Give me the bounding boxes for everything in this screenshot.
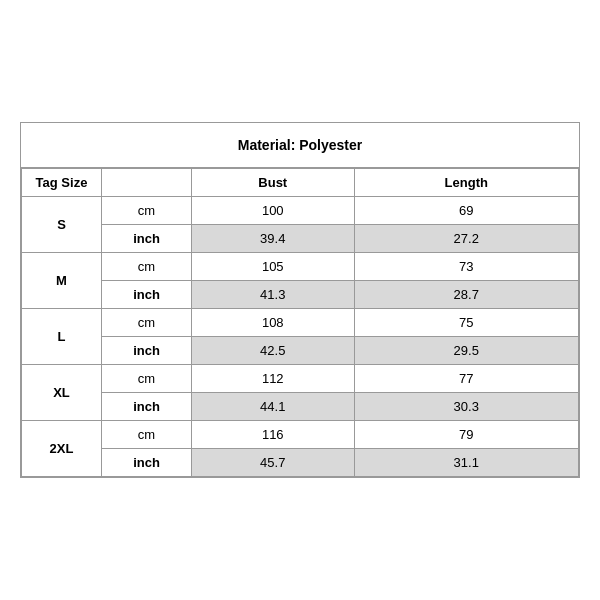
bust-cm: 116 (192, 421, 355, 449)
table-row: inch 45.7 31.1 (22, 449, 579, 477)
length-inch: 31.1 (354, 449, 578, 477)
unit-inch: inch (102, 281, 192, 309)
length-inch: 30.3 (354, 393, 578, 421)
unit-inch: inch (102, 393, 192, 421)
size-table: Tag Size Bust Length S cm 100 69 inch 39… (21, 168, 579, 477)
tag-size-cell: S (22, 197, 102, 253)
table-row: inch 44.1 30.3 (22, 393, 579, 421)
header-tag-size: Tag Size (22, 169, 102, 197)
length-cm: 69 (354, 197, 578, 225)
header-unit-empty (102, 169, 192, 197)
unit-inch: inch (102, 337, 192, 365)
length-cm: 75 (354, 309, 578, 337)
table-row: S cm 100 69 (22, 197, 579, 225)
table-row: 2XL cm 116 79 (22, 421, 579, 449)
chart-title: Material: Polyester (21, 123, 579, 168)
length-cm: 73 (354, 253, 578, 281)
size-chart: Material: Polyester Tag Size Bust Length… (20, 122, 580, 478)
table-row: inch 39.4 27.2 (22, 225, 579, 253)
unit-inch: inch (102, 225, 192, 253)
length-cm: 79 (354, 421, 578, 449)
tag-size-cell: 2XL (22, 421, 102, 477)
unit-cm: cm (102, 197, 192, 225)
header-bust: Bust (192, 169, 355, 197)
bust-inch: 41.3 (192, 281, 355, 309)
length-cm: 77 (354, 365, 578, 393)
length-inch: 29.5 (354, 337, 578, 365)
unit-cm: cm (102, 421, 192, 449)
tag-size-cell: L (22, 309, 102, 365)
table-row: L cm 108 75 (22, 309, 579, 337)
header-length: Length (354, 169, 578, 197)
bust-inch: 44.1 (192, 393, 355, 421)
table-row: inch 41.3 28.7 (22, 281, 579, 309)
table-row: XL cm 112 77 (22, 365, 579, 393)
table-row: inch 42.5 29.5 (22, 337, 579, 365)
tag-size-cell: XL (22, 365, 102, 421)
bust-cm: 105 (192, 253, 355, 281)
length-inch: 27.2 (354, 225, 578, 253)
table-row: M cm 105 73 (22, 253, 579, 281)
unit-cm: cm (102, 309, 192, 337)
bust-cm: 108 (192, 309, 355, 337)
bust-cm: 112 (192, 365, 355, 393)
bust-inch: 39.4 (192, 225, 355, 253)
unit-inch: inch (102, 449, 192, 477)
bust-inch: 45.7 (192, 449, 355, 477)
bust-inch: 42.5 (192, 337, 355, 365)
unit-cm: cm (102, 365, 192, 393)
unit-cm: cm (102, 253, 192, 281)
tag-size-cell: M (22, 253, 102, 309)
table-header: Tag Size Bust Length (22, 169, 579, 197)
bust-cm: 100 (192, 197, 355, 225)
length-inch: 28.7 (354, 281, 578, 309)
